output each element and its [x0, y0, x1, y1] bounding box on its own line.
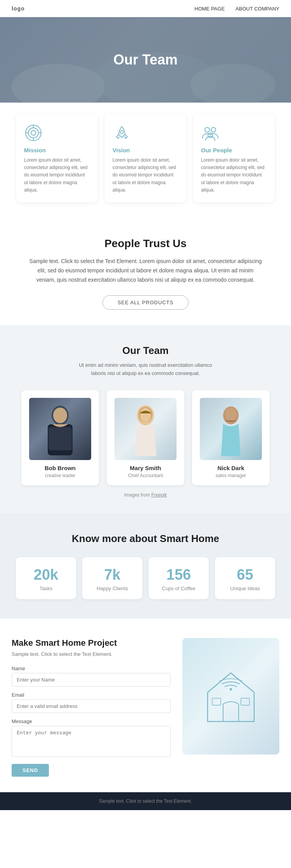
see-all-button[interactable]: SEE ALL PRODUCTS: [102, 295, 189, 310]
contact-description: Sample text. Click to select the Text El…: [12, 651, 171, 657]
contact-title: Make Smart Home Project: [12, 638, 171, 648]
svg-point-8: [205, 127, 210, 132]
hero-title: Our Team: [113, 52, 177, 68]
email-input[interactable]: [12, 699, 171, 713]
message-input[interactable]: [12, 726, 171, 757]
stat-card-tasks: 20k Tasks: [16, 557, 76, 599]
team-photo-bob: [29, 398, 91, 460]
rocket-icon: [113, 124, 131, 142]
stat-label-tasks: Tasks: [22, 586, 70, 591]
nav-logo: logo: [12, 5, 25, 12]
email-label: Email: [12, 692, 171, 698]
team-photo-nick: [200, 398, 262, 460]
feature-people-text: Lorem ipsum dolor sit amet, consectetur …: [201, 157, 267, 194]
footer: Sample text. Click to select the Text El…: [0, 792, 291, 810]
nav-links: HOME PAGE ABOUT COMPANY: [194, 6, 279, 12]
svg-point-17: [140, 408, 151, 422]
feature-vision-title: Vision: [113, 147, 178, 153]
team-member-nick-name: Nick Dark: [199, 465, 263, 471]
team-member-bob-role: creative leader: [28, 473, 92, 478]
team-card-bob: Bob Brown creative leader: [21, 390, 99, 485]
svg-point-20: [225, 408, 236, 421]
stat-card-ideas: 65 Unique Ideas: [215, 557, 275, 599]
svg-point-1: [28, 128, 38, 138]
footer-text: Sample text. Click to select the Text El…: [12, 798, 279, 804]
feature-card-people: Our People Lorem ipsum dolor sit amet, c…: [193, 114, 275, 202]
smart-home-svg: [192, 657, 270, 735]
stat-number-coffee: 156: [155, 566, 203, 583]
message-label: Message: [12, 718, 171, 724]
team-section: Our Team Ut enim ad minim veniam, quis n…: [0, 325, 291, 513]
smart-home-image: [182, 638, 279, 755]
feature-card-vision: Vision Lorem ipsum dolor sit amet, conse…: [105, 114, 186, 202]
stat-number-clients: 7k: [88, 566, 136, 583]
nav-link-about[interactable]: ABOUT COMPANY: [236, 6, 279, 12]
features-grid: Mission Lorem ipsum dolor sit amet, cons…: [12, 114, 279, 202]
team-photo-mary: [114, 398, 177, 460]
feature-people-title: Our People: [201, 147, 267, 153]
svg-point-7: [120, 131, 123, 134]
navigation: logo HOME PAGE ABOUT COMPANY: [0, 0, 291, 17]
form-group-name: Name: [12, 666, 171, 687]
svg-point-9: [211, 127, 216, 132]
team-member-nick-role: sales manager: [199, 473, 263, 478]
team-member-bob-name: Bob Brown: [28, 465, 92, 471]
stats-section: Know more about Smart Home 20k Tasks 7k …: [0, 513, 291, 619]
people-icon: [201, 124, 220, 142]
trust-text: Sample text. Click to select the Text El…: [29, 257, 262, 284]
stat-card-coffee: 156 Cups of Coffee: [149, 557, 209, 599]
stat-label-coffee: Cups of Coffee: [155, 586, 203, 591]
svg-point-2: [31, 131, 36, 135]
trust-section: People Trust Us Sample text. Click to se…: [0, 218, 291, 325]
trust-title: People Trust Us: [23, 237, 268, 250]
stats-grid: 20k Tasks 7k Happy Clients 156 Cups of C…: [12, 557, 279, 599]
hero-section: Our Team: [0, 17, 291, 103]
svg-rect-22: [212, 698, 221, 705]
form-group-message: Message: [12, 718, 171, 758]
stat-number-tasks: 20k: [22, 566, 70, 583]
svg-rect-14: [48, 427, 72, 450]
svg-point-21: [230, 688, 232, 690]
freepik-attribution: Images from Freepik: [12, 492, 279, 498]
nav-link-home[interactable]: HOME PAGE: [194, 6, 225, 12]
name-input[interactable]: [12, 673, 171, 687]
stat-card-clients: 7k Happy Clients: [82, 557, 142, 599]
stat-number-ideas: 65: [221, 566, 269, 583]
feature-card-mission: Mission Lorem ipsum dolor sit amet, cons…: [16, 114, 98, 202]
svg-rect-23: [241, 698, 249, 705]
target-icon: [24, 124, 43, 142]
feature-mission-title: Mission: [24, 147, 90, 153]
team-grid: Bob Brown creative leader Mary Smith Chi…: [12, 390, 279, 485]
svg-point-13: [53, 408, 67, 423]
name-label: Name: [12, 666, 171, 671]
feature-mission-text: Lorem ipsum dolor sit amet, consectetur …: [24, 157, 90, 194]
form-group-email: Email: [12, 692, 171, 713]
contact-section: Make Smart Home Project Sample text. Cli…: [0, 619, 291, 792]
contact-form-container: Make Smart Home Project Sample text. Cli…: [12, 638, 171, 777]
team-card-nick: Nick Dark sales manager: [192, 390, 270, 485]
feature-vision-text: Lorem ipsum dolor sit amet, consectetur …: [113, 157, 178, 194]
team-description: Ut enim ad minim veniam, quis nostrud ex…: [72, 361, 219, 378]
team-card-mary: Mary Smith Chief Accountant: [107, 390, 184, 485]
stat-label-clients: Happy Clients: [88, 586, 136, 591]
stats-title: Know more about Smart Home: [12, 533, 279, 545]
stat-label-ideas: Unique Ideas: [221, 586, 269, 591]
send-button[interactable]: SEND: [12, 764, 49, 777]
freepik-link[interactable]: Freepik: [151, 492, 167, 498]
features-section: Mission Lorem ipsum dolor sit amet, cons…: [0, 103, 291, 218]
team-member-mary-role: Chief Accountant: [114, 473, 177, 478]
team-member-mary-name: Mary Smith: [114, 465, 177, 471]
team-section-title: Our Team: [12, 345, 279, 357]
